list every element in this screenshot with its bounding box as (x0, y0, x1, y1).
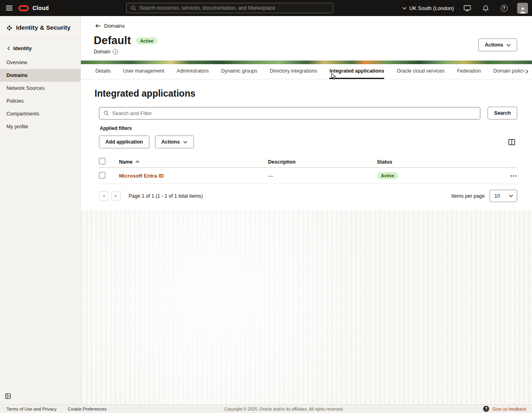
content-heading: Integrated applications (95, 88, 517, 99)
page-actions-button[interactable]: Actions (478, 38, 517, 51)
brand-label: Cloud (32, 5, 49, 11)
feedback-help-icon: ? (483, 406, 489, 412)
domain-help-icon[interactable]: ? (113, 49, 118, 55)
page-header: Domains Default Active Domain ? Actions (81, 16, 532, 55)
select-all-checkbox[interactable] (99, 158, 105, 164)
sidebar: Identity & Security Identity Overview Do… (0, 16, 81, 404)
pagination: ◀ ▶ Page 1 of 1 (1 - 1 of 1 total items)… (99, 190, 517, 202)
search-icon (103, 110, 109, 116)
tab-dynamic-groups[interactable]: Dynamic groups (221, 64, 257, 79)
filter-search-box[interactable] (99, 107, 480, 119)
question-icon: ? (501, 5, 508, 12)
sidebar-nav: Overview Domains Network Sources Policie… (0, 56, 81, 133)
items-per-page-select[interactable]: 10 (490, 190, 517, 202)
oracle-cloud-brand[interactable]: Cloud (18, 5, 49, 11)
sort-ascending-icon[interactable] (135, 160, 139, 163)
breadcrumb-back-domains[interactable]: Domains (95, 23, 125, 29)
application-link[interactable]: Microsoft Entra ID (119, 173, 164, 179)
domain-status-badge: Active (136, 37, 157, 45)
sidebar-collapse-button[interactable] (3, 391, 13, 401)
tab-directory-integrations[interactable]: Directory integrations (270, 64, 317, 79)
page-actions-label: Actions (485, 42, 503, 48)
global-search-input[interactable] (139, 5, 329, 11)
sidebar-section-label: Identity (13, 45, 32, 51)
chevron-down-icon (402, 7, 407, 10)
table-actions-label: Actions (161, 139, 180, 145)
add-application-button[interactable]: Add application (99, 136, 149, 148)
sidebar-item-my-profile[interactable]: My profile (0, 120, 81, 133)
tab-federation[interactable]: Federation (457, 64, 481, 79)
page-card: Domains Default Active Domain ? Actions … (81, 16, 532, 210)
sidebar-item-compartments[interactable]: Compartments (0, 107, 81, 120)
main-content: Domains Default Active Domain ? Actions … (81, 16, 532, 404)
region-selector[interactable]: UK South (London) (402, 5, 454, 11)
sidebar-title-label: Identity & Security (16, 24, 71, 31)
breadcrumb-label: Domains (104, 23, 125, 29)
tab-administrators[interactable]: Administrators (177, 64, 209, 79)
items-per-page-value: 10 (494, 193, 500, 199)
terms-link[interactable]: Terms of Use and Privacy (6, 407, 56, 411)
column-header-name[interactable]: Name (119, 159, 133, 165)
navigation-menu-button[interactable] (0, 0, 18, 16)
items-per-page-label: Items per page (451, 193, 485, 199)
resource-type-label: Domain (94, 49, 110, 55)
cloud-shell-button[interactable] (462, 3, 472, 13)
tab-overflow-chevron[interactable] (522, 64, 532, 79)
row-description: — (268, 173, 377, 179)
applied-filters-label: Applied filters (100, 126, 517, 131)
identity-security-icon (6, 25, 12, 31)
tab-user-management[interactable]: User management (123, 64, 164, 79)
table-actions-button[interactable]: Actions (155, 136, 194, 148)
sidebar-item-overview[interactable]: Overview (0, 56, 81, 69)
back-arrow-icon (95, 24, 101, 28)
sidebar-item-domains[interactable]: Domains (0, 69, 81, 82)
filter-search-input[interactable] (112, 110, 476, 116)
page-title: Default (94, 34, 131, 47)
row-actions-menu-button[interactable]: ⋯ (510, 172, 517, 180)
topbar-right: UK South (London) ? (402, 3, 532, 14)
notifications-button[interactable] (480, 3, 491, 13)
column-header-status[interactable]: Status (377, 159, 503, 165)
table-header-row: Name Description Status (99, 156, 517, 168)
oracle-logo-icon (18, 5, 29, 11)
sidebar-item-policies[interactable]: Policies (0, 95, 81, 107)
feedback-link[interactable]: Give us feedback (492, 407, 526, 411)
tab-details[interactable]: Details (95, 64, 111, 79)
table-row: Microsoft Entra ID — Active ⋯ (99, 168, 517, 184)
topbar: Cloud UK South (London) ? (0, 0, 532, 16)
profile-avatar[interactable] (517, 3, 528, 14)
global-search[interactable] (126, 3, 333, 13)
tab-oracle-cloud-services[interactable]: Oracle cloud services (397, 64, 445, 79)
tab-bar: Details User management Administrators D… (81, 64, 532, 79)
row-status-badge: Active (377, 172, 398, 179)
column-header-description[interactable]: Description (268, 159, 377, 165)
sidebar-back-identity[interactable]: Identity (0, 39, 81, 56)
copyright-text: Copyright © 2025, Oracle and/or its affi… (188, 407, 344, 411)
row-checkbox[interactable] (99, 172, 105, 178)
pagination-summary: Page 1 of 1 (1 - 1 of 1 total items) (129, 193, 203, 199)
tab-integrated-applications[interactable]: Integrated applications (329, 64, 384, 79)
region-label: UK South (London) (409, 5, 454, 11)
chevron-left-icon (7, 46, 10, 51)
sidebar-title: Identity & Security (0, 16, 81, 39)
next-page-button[interactable]: ▶ (111, 191, 121, 200)
column-settings-button[interactable] (506, 137, 517, 148)
decorative-banner (81, 61, 532, 64)
help-button[interactable]: ? (499, 3, 509, 13)
tab-panel-integrated-applications: Integrated applications Search Applied f… (81, 88, 532, 202)
footer: Terms of Use and Privacy Cookie Preferen… (0, 404, 532, 413)
previous-page-button[interactable]: ◀ (99, 191, 108, 200)
sidebar-item-network-sources[interactable]: Network Sources (0, 82, 81, 95)
cookie-preferences-link[interactable]: Cookie Preferences (68, 407, 107, 411)
search-button[interactable]: Search (488, 107, 517, 119)
applications-table: Name Description Status Microsoft Entra … (99, 156, 517, 184)
search-icon (131, 5, 136, 11)
